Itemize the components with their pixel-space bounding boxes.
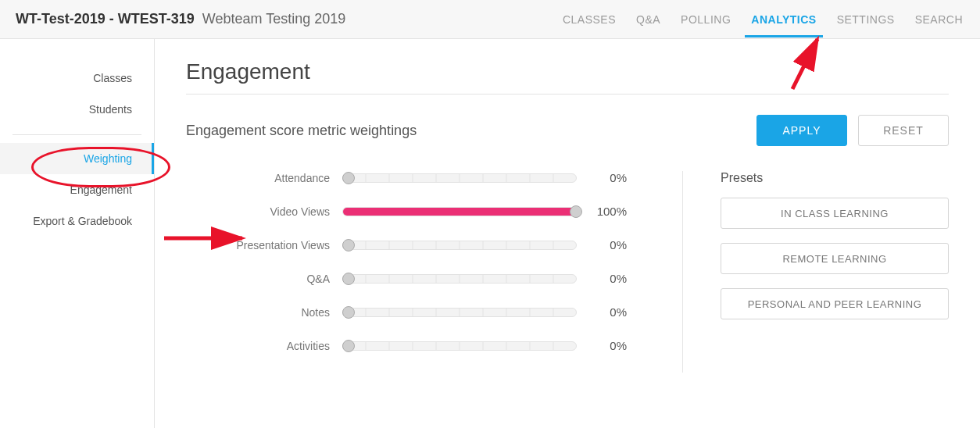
metric-label: Attendance bbox=[186, 172, 342, 184]
sliders-column: Attendance0%Video Views100%Presentation … bbox=[186, 171, 683, 373]
slider-fill bbox=[343, 208, 576, 216]
apply-button[interactable]: APPLY bbox=[756, 115, 847, 146]
sidebar-item-weighting[interactable]: Weighting bbox=[0, 143, 154, 174]
section-subtitle: Engagement score metric weightings bbox=[186, 123, 417, 139]
metric-percent: 0% bbox=[577, 305, 627, 319]
action-buttons: APPLY RESET bbox=[756, 115, 949, 146]
sidebar-item-classes[interactable]: Classes bbox=[0, 62, 154, 94]
nav-search[interactable]: SEARCH bbox=[914, 2, 964, 37]
preset-remote[interactable]: REMOTE LEARNING bbox=[721, 243, 949, 274]
preset-in-class[interactable]: IN CLASS LEARNING bbox=[721, 198, 949, 229]
crumb-course-name: Webteam Testing 2019 bbox=[199, 11, 345, 27]
metric-label: Q&A bbox=[186, 273, 342, 285]
subhead-row: Engagement score metric weightings APPLY… bbox=[186, 115, 949, 146]
presets-column: Presets IN CLASS LEARNING REMOTE LEARNIN… bbox=[714, 171, 949, 333]
weights-area: Attendance0%Video Views100%Presentation … bbox=[186, 166, 949, 373]
metric-row: Attendance0% bbox=[186, 171, 651, 184]
slider-handle[interactable] bbox=[342, 273, 355, 285]
metric-row: Activities0% bbox=[186, 339, 651, 352]
sidebar-item-engagement[interactable]: Engagement bbox=[0, 174, 154, 205]
sidebar-separator bbox=[13, 134, 141, 135]
metric-percent: 100% bbox=[577, 205, 627, 218]
top-nav: CLASSES Q&A POLLING ANALYTICS SETTINGS S… bbox=[561, 2, 964, 37]
sidebar-group-overview: Classes Students bbox=[0, 62, 154, 125]
annotation-arrow-video bbox=[164, 226, 258, 250]
metric-label: Activities bbox=[186, 340, 342, 352]
reset-button[interactable]: RESET bbox=[858, 115, 949, 146]
crumb-section-code: WTEST-319 bbox=[118, 11, 195, 27]
metric-percent: 0% bbox=[577, 339, 627, 352]
metric-label: Notes bbox=[186, 306, 342, 319]
breadcrumb: WT-Test-2019 - WTEST-319 Webteam Testing… bbox=[16, 11, 345, 27]
annotation-arrow-analytics bbox=[785, 34, 832, 97]
metric-row: Q&A0% bbox=[186, 272, 651, 285]
slider-handle[interactable] bbox=[342, 172, 355, 184]
slider-handle[interactable] bbox=[570, 205, 582, 218]
metric-percent: 0% bbox=[577, 238, 627, 251]
sidebar-group-settings: Weighting Engagement Export & Gradebook bbox=[0, 143, 154, 237]
sidebar: Classes Students Weighting Engagement Ex… bbox=[0, 39, 155, 428]
sidebar-item-students[interactable]: Students bbox=[0, 94, 154, 125]
nav-qa[interactable]: Q&A bbox=[635, 2, 662, 37]
metric-percent: 0% bbox=[577, 171, 627, 184]
nav-classes[interactable]: CLASSES bbox=[561, 2, 617, 37]
slider-handle[interactable] bbox=[342, 340, 355, 352]
metric-slider[interactable] bbox=[342, 241, 577, 250]
metric-slider[interactable] bbox=[342, 274, 577, 284]
metric-label: Video Views bbox=[186, 205, 342, 218]
metric-row: Video Views100% bbox=[186, 205, 651, 218]
nav-analytics[interactable]: ANALYTICS bbox=[749, 2, 817, 37]
metric-slider[interactable] bbox=[342, 173, 577, 183]
metric-percent: 0% bbox=[577, 272, 627, 285]
presets-title: Presets bbox=[721, 171, 949, 185]
nav-settings[interactable]: SETTINGS bbox=[835, 2, 896, 37]
metric-row: Notes0% bbox=[186, 305, 651, 319]
svg-line-1 bbox=[792, 39, 817, 89]
metric-slider[interactable] bbox=[342, 341, 577, 351]
slider-handle[interactable] bbox=[342, 306, 355, 319]
sidebar-item-export-gradebook[interactable]: Export & Gradebook bbox=[0, 205, 154, 237]
slider-handle[interactable] bbox=[342, 239, 355, 251]
metric-slider[interactable] bbox=[342, 308, 577, 317]
preset-personal[interactable]: PERSONAL AND PEER LEARNING bbox=[721, 288, 949, 319]
crumb-course-code: WT-Test-2019 bbox=[16, 11, 106, 27]
page-title: Engagement bbox=[186, 59, 949, 84]
metric-slider[interactable] bbox=[342, 207, 577, 216]
page-body: Classes Students Weighting Engagement Ex… bbox=[0, 39, 980, 428]
top-bar: WT-Test-2019 - WTEST-319 Webteam Testing… bbox=[0, 0, 980, 39]
nav-polling[interactable]: POLLING bbox=[679, 2, 732, 37]
title-rule bbox=[186, 94, 949, 95]
main-content: Engagement Engagement score metric weigh… bbox=[155, 39, 980, 428]
